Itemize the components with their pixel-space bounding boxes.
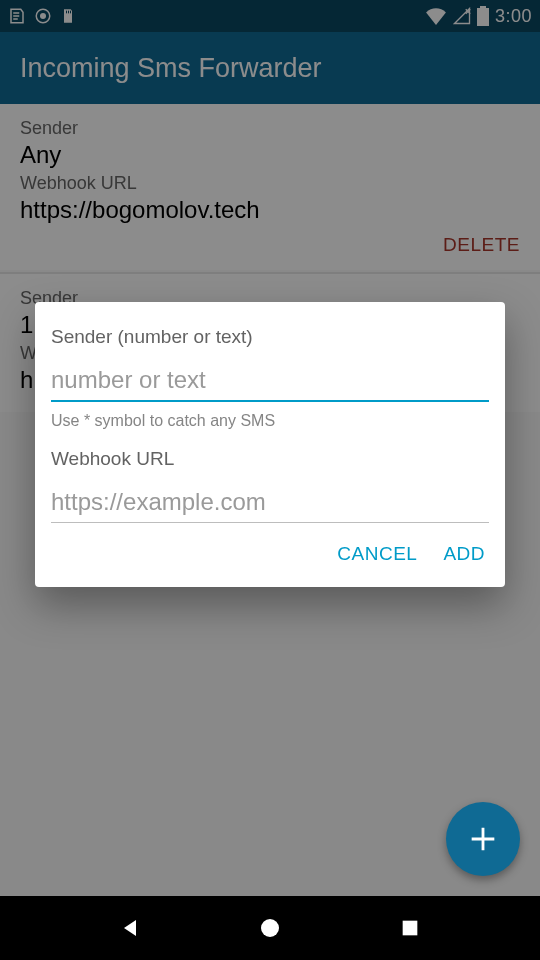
android-nav-bar <box>0 896 540 960</box>
dialog-actions: CANCEL ADD <box>51 523 489 575</box>
add-fab[interactable] <box>446 802 520 876</box>
sender-field-label: Sender (number or text) <box>51 326 489 348</box>
back-triangle-icon <box>118 916 142 940</box>
nav-back-button[interactable] <box>116 914 144 942</box>
url-field-label: Webhook URL <box>51 448 489 470</box>
webhook-url-input[interactable] <box>51 484 489 523</box>
home-circle-icon <box>258 916 282 940</box>
recent-square-icon <box>399 917 421 939</box>
plus-icon <box>466 822 500 856</box>
add-forwarder-dialog: Sender (number or text) Use * symbol to … <box>35 302 505 587</box>
nav-home-button[interactable] <box>256 914 284 942</box>
cancel-button[interactable]: CANCEL <box>337 543 417 565</box>
add-button[interactable]: ADD <box>443 543 485 565</box>
sender-input[interactable] <box>51 362 489 402</box>
svg-point-7 <box>261 919 279 937</box>
svg-rect-8 <box>403 921 418 936</box>
sender-helper-text: Use * symbol to catch any SMS <box>51 412 489 430</box>
nav-recent-button[interactable] <box>396 914 424 942</box>
